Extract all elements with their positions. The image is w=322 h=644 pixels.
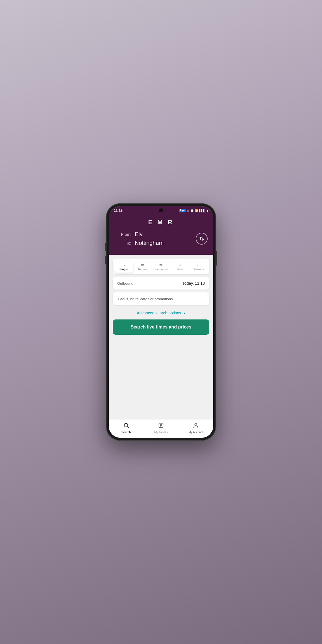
- outbound-label: Outbound:: [117, 281, 134, 286]
- passengers-field[interactable]: 1 adult, no railcards or promotions ›: [113, 292, 209, 305]
- battery-icon: ▮: [206, 209, 208, 212]
- nav-my-account-label: My Account: [188, 431, 203, 434]
- tab-open-return-label: Open return: [153, 268, 168, 271]
- advanced-search-label: Advanced search options: [137, 311, 181, 315]
- flexi-icon: ⇅: [178, 263, 181, 267]
- nav-search-label: Search: [121, 431, 131, 434]
- outbound-value: Today, 11:18: [182, 281, 205, 286]
- phone-frame: 11:19 Pay ⚠ 📋 📶 ▌▌▌ ▮ E M R From: Ely: [106, 203, 216, 441]
- to-value[interactable]: Nottingham: [135, 240, 164, 246]
- return-icon: ⇄: [141, 263, 144, 267]
- tickets-nav-icon: [158, 422, 164, 430]
- tab-open-return[interactable]: ⇆ Open return: [152, 261, 170, 273]
- alert-icon: ⚠: [187, 209, 189, 212]
- tab-single-label: Single: [119, 268, 128, 271]
- passengers-chevron-icon: ›: [203, 296, 205, 301]
- nav-my-tickets[interactable]: My Tickets: [143, 422, 178, 434]
- camera-notch: [159, 208, 163, 212]
- wifi-icon: 📶: [195, 209, 198, 212]
- status-icons: Pay ⚠ 📋 📶 ▌▌▌ ▮: [179, 209, 208, 212]
- tab-flexi-label: Flexi: [177, 268, 182, 271]
- app-logo: E M R: [114, 219, 208, 226]
- tab-flexi[interactable]: ⇅ Flexi: [170, 261, 189, 273]
- tab-seasons[interactable]: ↔ Seasons: [189, 261, 208, 273]
- tab-seasons-label: Seasons: [193, 268, 204, 271]
- search-nav-icon: [123, 422, 129, 430]
- nav-my-tickets-label: My Tickets: [154, 431, 167, 434]
- to-row: To: Nottingham: [114, 240, 208, 246]
- signal-icon: ▌▌▌: [199, 209, 205, 212]
- open-return-icon: ⇆: [159, 263, 163, 267]
- tab-return[interactable]: ⇄ Return: [133, 261, 152, 273]
- single-icon: →: [122, 263, 126, 267]
- chevron-down-icon: ▾: [184, 311, 185, 315]
- tab-return-label: Return: [138, 268, 147, 271]
- nav-search[interactable]: Search: [109, 422, 143, 434]
- logo-text: E M R: [148, 219, 174, 226]
- passengers-value: 1 adult, no railcards or promotions: [117, 297, 173, 301]
- svg-point-6: [195, 423, 197, 425]
- screen-icon: 📋: [190, 209, 194, 212]
- outbound-field[interactable]: Outbound: Today, 11:18: [113, 277, 209, 290]
- route-container: From: Ely To: Nottingham: [114, 231, 208, 246]
- to-label: To:: [114, 241, 131, 245]
- from-value[interactable]: Ely: [135, 231, 143, 238]
- ticket-tabs: → Single ⇄ Return ⇆ Open return ⇅ Flexi …: [113, 259, 209, 274]
- main-content: → Single ⇄ Return ⇆ Open return ⇅ Flexi …: [109, 255, 213, 419]
- content-spacer: [113, 339, 209, 415]
- advanced-search-toggle[interactable]: Advanced search options ▾: [113, 310, 209, 316]
- nav-my-account[interactable]: My Account: [179, 422, 213, 434]
- from-label: From:: [114, 232, 131, 237]
- bottom-nav: Search My Tickets: [109, 419, 213, 438]
- search-button[interactable]: Search live times and prices: [113, 319, 209, 335]
- phone-screen: 11:19 Pay ⚠ 📋 📶 ▌▌▌ ▮ E M R From: Ely: [109, 206, 213, 438]
- account-nav-icon: [193, 422, 199, 430]
- swap-destinations-button[interactable]: [196, 233, 208, 245]
- seasons-icon: ↔: [196, 263, 200, 267]
- svg-line-1: [127, 427, 129, 428]
- from-row: From: Ely: [114, 231, 208, 238]
- app-header: E M R From: Ely To: Nottingham: [109, 214, 213, 255]
- tab-single[interactable]: → Single: [114, 261, 133, 273]
- pay-icon: Pay: [179, 209, 186, 212]
- status-time: 11:19: [114, 208, 123, 212]
